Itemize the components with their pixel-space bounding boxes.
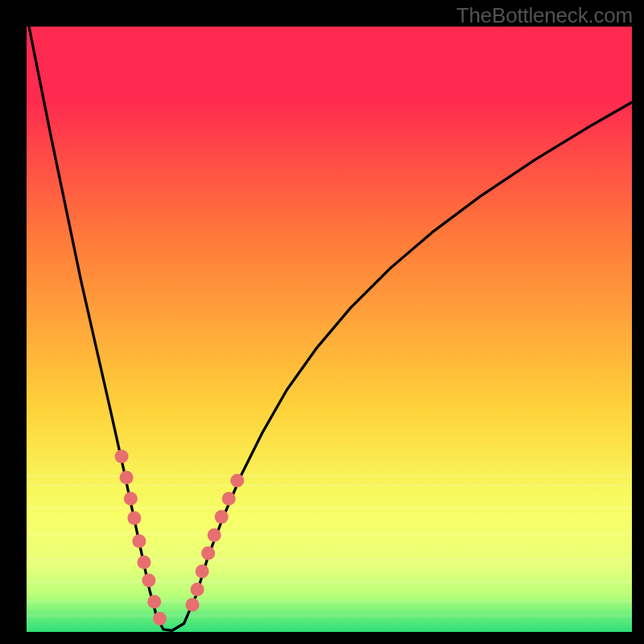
marker-point [137,555,151,569]
marker-point [127,511,141,525]
marker-point [215,510,229,524]
marker-point [230,474,244,488]
bottleneck-curve [29,27,632,631]
marker-point [208,528,221,542]
marker-point [196,564,209,578]
marker-point [201,547,215,560]
marker-point [191,583,204,597]
watermark-text: TheBottleneck.com [456,3,633,28]
marker-point [115,449,129,463]
marker-point [142,574,155,588]
marker-point [120,471,134,485]
marker-point [153,612,167,625]
curve-svg [27,27,632,632]
marker-point [124,492,138,506]
plot-area [27,27,632,632]
marker-point [186,598,200,612]
marker-point [222,492,236,506]
chart-frame: TheBottleneck.com [0,0,644,644]
marker-point [132,535,146,548]
marker-point [147,595,161,609]
